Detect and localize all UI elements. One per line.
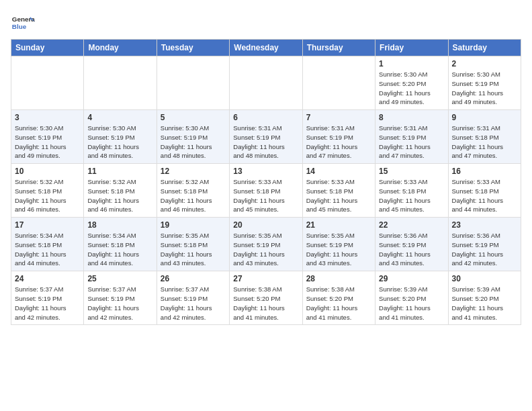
day-info: Sunrise: 5:31 AM Sunset: 5:19 PM Dayligh… bbox=[233, 124, 298, 161]
calendar-cell: 4Sunrise: 5:30 AM Sunset: 5:19 PM Daylig… bbox=[84, 110, 157, 164]
day-number: 30 bbox=[452, 274, 517, 283]
calendar-cell: 14Sunrise: 5:33 AM Sunset: 5:18 PM Dayli… bbox=[302, 164, 375, 218]
weekday-header-monday: Monday bbox=[84, 40, 157, 56]
calendar-cell: 25Sunrise: 5:37 AM Sunset: 5:19 PM Dayli… bbox=[84, 271, 157, 325]
day-info: Sunrise: 5:32 AM Sunset: 5:18 PM Dayligh… bbox=[161, 177, 226, 214]
day-info: Sunrise: 5:30 AM Sunset: 5:19 PM Dayligh… bbox=[452, 70, 517, 107]
day-info: Sunrise: 5:36 AM Sunset: 5:19 PM Dayligh… bbox=[379, 231, 444, 268]
day-info: Sunrise: 5:35 AM Sunset: 5:19 PM Dayligh… bbox=[306, 231, 371, 268]
day-number: 5 bbox=[161, 113, 226, 122]
calendar-cell bbox=[230, 56, 302, 110]
day-number: 23 bbox=[452, 220, 517, 230]
calendar-cell: 2Sunrise: 5:30 AM Sunset: 5:19 PM Daylig… bbox=[448, 56, 521, 110]
calendar-cell: 10Sunrise: 5:32 AM Sunset: 5:18 PM Dayli… bbox=[11, 164, 84, 218]
day-number: 26 bbox=[161, 274, 226, 283]
calendar-cell: 28Sunrise: 5:38 AM Sunset: 5:20 PM Dayli… bbox=[302, 271, 375, 325]
calendar-cell: 8Sunrise: 5:31 AM Sunset: 5:19 PM Daylig… bbox=[375, 110, 448, 164]
day-number: 19 bbox=[161, 220, 226, 230]
logo-svg: General Blue bbox=[11, 11, 35, 35]
day-number: 29 bbox=[379, 274, 444, 283]
calendar-cell: 13Sunrise: 5:33 AM Sunset: 5:18 PM Dayli… bbox=[230, 164, 302, 218]
day-number: 24 bbox=[15, 274, 80, 283]
calendar-week-5: 24Sunrise: 5:37 AM Sunset: 5:19 PM Dayli… bbox=[11, 271, 521, 325]
calendar-cell: 29Sunrise: 5:39 AM Sunset: 5:20 PM Dayli… bbox=[375, 271, 448, 325]
svg-text:Blue: Blue bbox=[12, 23, 27, 30]
calendar-cell: 16Sunrise: 5:33 AM Sunset: 5:18 PM Dayli… bbox=[448, 164, 521, 218]
day-number: 15 bbox=[379, 167, 444, 176]
day-number: 8 bbox=[379, 113, 444, 122]
calendar-cell: 30Sunrise: 5:39 AM Sunset: 5:20 PM Dayli… bbox=[448, 271, 521, 325]
calendar-cell: 19Sunrise: 5:35 AM Sunset: 5:18 PM Dayli… bbox=[157, 218, 229, 271]
day-info: Sunrise: 5:37 AM Sunset: 5:19 PM Dayligh… bbox=[161, 285, 226, 322]
calendar-cell: 9Sunrise: 5:31 AM Sunset: 5:18 PM Daylig… bbox=[448, 110, 521, 164]
calendar-cell: 11Sunrise: 5:32 AM Sunset: 5:18 PM Dayli… bbox=[84, 164, 157, 218]
day-number: 12 bbox=[161, 167, 226, 176]
calendar-cell: 5Sunrise: 5:30 AM Sunset: 5:19 PM Daylig… bbox=[157, 110, 229, 164]
calendar-cell bbox=[11, 56, 84, 110]
calendar-cell: 17Sunrise: 5:34 AM Sunset: 5:18 PM Dayli… bbox=[11, 218, 84, 271]
day-info: Sunrise: 5:33 AM Sunset: 5:18 PM Dayligh… bbox=[233, 177, 298, 214]
day-info: Sunrise: 5:30 AM Sunset: 5:19 PM Dayligh… bbox=[15, 124, 80, 161]
day-info: Sunrise: 5:31 AM Sunset: 5:19 PM Dayligh… bbox=[379, 124, 444, 161]
day-info: Sunrise: 5:30 AM Sunset: 5:19 PM Dayligh… bbox=[161, 124, 226, 161]
day-number: 3 bbox=[15, 113, 80, 122]
calendar-cell: 18Sunrise: 5:34 AM Sunset: 5:18 PM Dayli… bbox=[84, 218, 157, 271]
calendar-cell: 27Sunrise: 5:38 AM Sunset: 5:20 PM Dayli… bbox=[230, 271, 302, 325]
day-number: 25 bbox=[87, 274, 152, 283]
day-info: Sunrise: 5:37 AM Sunset: 5:19 PM Dayligh… bbox=[15, 285, 80, 322]
day-number: 11 bbox=[87, 167, 152, 176]
weekday-header-tuesday: Tuesday bbox=[157, 40, 229, 56]
calendar-cell: 23Sunrise: 5:36 AM Sunset: 5:19 PM Dayli… bbox=[448, 218, 521, 271]
day-info: Sunrise: 5:33 AM Sunset: 5:18 PM Dayligh… bbox=[379, 177, 444, 214]
weekday-header-sunday: Sunday bbox=[11, 40, 84, 56]
day-info: Sunrise: 5:38 AM Sunset: 5:20 PM Dayligh… bbox=[306, 285, 371, 322]
day-number: 14 bbox=[306, 167, 371, 176]
day-info: Sunrise: 5:33 AM Sunset: 5:18 PM Dayligh… bbox=[452, 177, 517, 214]
calendar-cell: 12Sunrise: 5:32 AM Sunset: 5:18 PM Dayli… bbox=[157, 164, 229, 218]
logo: General Blue bbox=[11, 11, 35, 35]
calendar-cell: 6Sunrise: 5:31 AM Sunset: 5:19 PM Daylig… bbox=[230, 110, 302, 164]
weekday-header-row: SundayMondayTuesdayWednesdayThursdayFrid… bbox=[11, 40, 521, 56]
header: General Blue bbox=[11, 11, 521, 35]
day-info: Sunrise: 5:33 AM Sunset: 5:18 PM Dayligh… bbox=[306, 177, 371, 214]
calendar-cell: 3Sunrise: 5:30 AM Sunset: 5:19 PM Daylig… bbox=[11, 110, 84, 164]
weekday-header-saturday: Saturday bbox=[448, 40, 521, 56]
day-info: Sunrise: 5:36 AM Sunset: 5:19 PM Dayligh… bbox=[452, 231, 517, 268]
day-info: Sunrise: 5:32 AM Sunset: 5:18 PM Dayligh… bbox=[87, 177, 152, 214]
day-info: Sunrise: 5:32 AM Sunset: 5:18 PM Dayligh… bbox=[15, 177, 80, 214]
calendar-cell: 26Sunrise: 5:37 AM Sunset: 5:19 PM Dayli… bbox=[157, 271, 229, 325]
day-info: Sunrise: 5:39 AM Sunset: 5:20 PM Dayligh… bbox=[379, 285, 444, 322]
day-info: Sunrise: 5:31 AM Sunset: 5:18 PM Dayligh… bbox=[452, 124, 517, 161]
calendar-cell: 15Sunrise: 5:33 AM Sunset: 5:18 PM Dayli… bbox=[375, 164, 448, 218]
day-number: 21 bbox=[306, 220, 371, 230]
calendar-cell: 20Sunrise: 5:35 AM Sunset: 5:19 PM Dayli… bbox=[230, 218, 302, 271]
day-number: 27 bbox=[233, 274, 298, 283]
day-info: Sunrise: 5:35 AM Sunset: 5:18 PM Dayligh… bbox=[161, 231, 226, 268]
day-number: 17 bbox=[15, 220, 80, 230]
day-number: 20 bbox=[233, 220, 298, 230]
calendar-cell: 22Sunrise: 5:36 AM Sunset: 5:19 PM Dayli… bbox=[375, 218, 448, 271]
weekday-header-friday: Friday bbox=[375, 40, 448, 56]
weekday-header-thursday: Thursday bbox=[302, 40, 375, 56]
calendar-week-2: 3Sunrise: 5:30 AM Sunset: 5:19 PM Daylig… bbox=[11, 110, 521, 164]
calendar-cell: 7Sunrise: 5:31 AM Sunset: 5:19 PM Daylig… bbox=[302, 110, 375, 164]
calendar-cell bbox=[84, 56, 157, 110]
day-number: 9 bbox=[452, 113, 517, 122]
calendar-cell: 21Sunrise: 5:35 AM Sunset: 5:19 PM Dayli… bbox=[302, 218, 375, 271]
day-number: 22 bbox=[379, 220, 444, 230]
calendar-week-4: 17Sunrise: 5:34 AM Sunset: 5:18 PM Dayli… bbox=[11, 218, 521, 271]
day-info: Sunrise: 5:39 AM Sunset: 5:20 PM Dayligh… bbox=[452, 285, 517, 322]
calendar-cell: 24Sunrise: 5:37 AM Sunset: 5:19 PM Dayli… bbox=[11, 271, 84, 325]
day-number: 28 bbox=[306, 274, 371, 283]
day-info: Sunrise: 5:30 AM Sunset: 5:20 PM Dayligh… bbox=[379, 70, 444, 107]
day-number: 18 bbox=[87, 220, 152, 230]
day-number: 4 bbox=[87, 113, 152, 122]
day-info: Sunrise: 5:38 AM Sunset: 5:20 PM Dayligh… bbox=[233, 285, 298, 322]
weekday-header-wednesday: Wednesday bbox=[230, 40, 302, 56]
day-number: 7 bbox=[306, 113, 371, 122]
day-info: Sunrise: 5:35 AM Sunset: 5:19 PM Dayligh… bbox=[233, 231, 298, 268]
calendar-cell: 1Sunrise: 5:30 AM Sunset: 5:20 PM Daylig… bbox=[375, 56, 448, 110]
day-info: Sunrise: 5:37 AM Sunset: 5:19 PM Dayligh… bbox=[87, 285, 152, 322]
calendar-week-1: 1Sunrise: 5:30 AM Sunset: 5:20 PM Daylig… bbox=[11, 56, 521, 110]
day-number: 1 bbox=[379, 59, 444, 68]
